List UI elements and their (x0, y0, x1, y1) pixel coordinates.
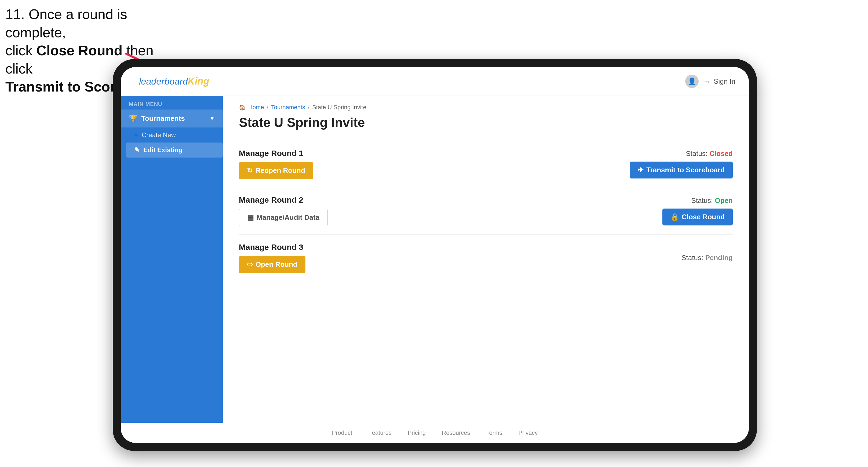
reopen-round-label: Reopen Round (255, 166, 305, 175)
round2-status-value: Open (715, 196, 733, 205)
round3-title: Manage Round 3 (239, 243, 305, 252)
open-icon: ⇨ (247, 260, 253, 269)
edit-existing-label: Edit Existing (143, 146, 182, 154)
round2-right: Status: Open 🔒 Close Round (662, 196, 733, 225)
round2-section: Manage Round 2 ▤ Manage/Audit Data Statu… (239, 187, 733, 235)
footer-privacy[interactable]: Privacy (518, 429, 537, 436)
sign-in-label: Sign In (714, 77, 736, 86)
sidebar-item-create-new[interactable]: + Create New (126, 127, 223, 143)
round1-section: Manage Round 1 ↻ Reopen Round Status: Cl… (239, 141, 733, 187)
reopen-icon: ↻ (247, 166, 253, 175)
page-title: State U Spring Invite (239, 115, 733, 130)
manage-audit-button[interactable]: ▤ Manage/Audit Data (239, 209, 328, 226)
breadcrumb-tournaments[interactable]: Tournaments (271, 104, 305, 111)
footer-pricing[interactable]: Pricing (408, 429, 426, 436)
instruction-bold1: Close Round (36, 43, 123, 58)
breadcrumb-sep2: / (308, 104, 309, 111)
open-round-button[interactable]: ⇨ Open Round (239, 256, 305, 273)
footer: Product Features Pricing Resources Terms… (121, 423, 749, 443)
footer-terms[interactable]: Terms (486, 429, 502, 436)
main-body: MAIN MENU 🏆 Tournaments ▼ + Create New (121, 96, 749, 423)
breadcrumb-current: State U Spring Invite (312, 104, 366, 111)
sidebar-item-tournaments[interactable]: 🏆 Tournaments ▼ (121, 110, 223, 127)
round2-left: Manage Round 2 ▤ Manage/Audit Data (239, 195, 328, 226)
transmit-icon: ✈ (638, 166, 644, 174)
transmit-scoreboard-label: Transmit to Scoreboard (646, 166, 725, 174)
round3-status: Status: Pending (681, 254, 733, 262)
footer-features[interactable]: Features (368, 429, 392, 436)
round1-right: Status: Closed ✈ Transmit to Scoreboard (630, 150, 733, 179)
sidebar: MAIN MENU 🏆 Tournaments ▼ + Create New (121, 96, 223, 423)
round1-title: Manage Round 1 (239, 149, 313, 158)
tablet-screen: leaderboardKing 👤 → Sign In MAIN MENU (121, 67, 749, 443)
sign-in-button[interactable]: → Sign In (704, 77, 736, 86)
sidebar-item-edit-existing[interactable]: ✎ Edit Existing (126, 143, 223, 158)
trophy-icon: 🏆 (129, 114, 137, 123)
lock-icon: 🔒 (671, 213, 679, 221)
create-new-label: Create New (142, 131, 176, 139)
round3-status-value: Pending (705, 254, 733, 262)
reopen-round-button[interactable]: ↻ Reopen Round (239, 162, 313, 179)
breadcrumb-sep1: / (267, 104, 269, 111)
app-container: leaderboardKing 👤 → Sign In MAIN MENU (121, 67, 749, 443)
round2-status: Status: Open (691, 196, 733, 205)
user-avatar-icon: 👤 (685, 74, 699, 88)
open-round-label: Open Round (255, 260, 298, 269)
sidebar-sub-items: + Create New ✎ Edit Existing (121, 127, 223, 158)
round3-left: Manage Round 3 ⇨ Open Round (239, 243, 305, 273)
close-round-button[interactable]: 🔒 Close Round (662, 209, 733, 225)
nav-right: 👤 → Sign In (685, 74, 736, 88)
footer-resources[interactable]: Resources (442, 429, 470, 436)
breadcrumb-home[interactable]: Home (248, 104, 264, 111)
round3-section: Manage Round 3 ⇨ Open Round Status: Pend… (239, 235, 733, 281)
sign-in-arrow-icon: → (704, 77, 711, 86)
manage-audit-label: Manage/Audit Data (256, 213, 319, 222)
round1-left: Manage Round 1 ↻ Reopen Round (239, 149, 313, 179)
logo-leaderboard-text: leaderboard (139, 76, 188, 87)
top-nav: leaderboardKing 👤 → Sign In (121, 67, 749, 96)
app-logo: leaderboardKing (134, 72, 214, 91)
transmit-scoreboard-button[interactable]: ✈ Transmit to Scoreboard (630, 162, 733, 179)
round3-right: Status: Pending (681, 254, 733, 262)
round2-title: Manage Round 2 (239, 195, 328, 205)
home-icon: 🏠 (239, 104, 246, 111)
sidebar-tournaments-label: Tournaments (141, 114, 185, 123)
close-round-label: Close Round (682, 213, 725, 221)
footer-product[interactable]: Product (332, 429, 352, 436)
breadcrumb: 🏠 Home / Tournaments / State U Spring In… (239, 104, 733, 111)
round1-status-value: Closed (709, 150, 733, 158)
audit-icon: ▤ (247, 213, 254, 222)
main-menu-label: MAIN MENU (121, 96, 223, 110)
main-content: 🏠 Home / Tournaments / State U Spring In… (223, 96, 749, 423)
round1-status: Status: Closed (686, 150, 733, 158)
logo-king-text: King (188, 76, 209, 87)
tablet-device: leaderboardKing 👤 → Sign In MAIN MENU (113, 59, 757, 451)
chevron-down-icon: ▼ (209, 116, 215, 122)
plus-icon: + (134, 131, 138, 139)
edit-icon: ✎ (134, 146, 140, 154)
